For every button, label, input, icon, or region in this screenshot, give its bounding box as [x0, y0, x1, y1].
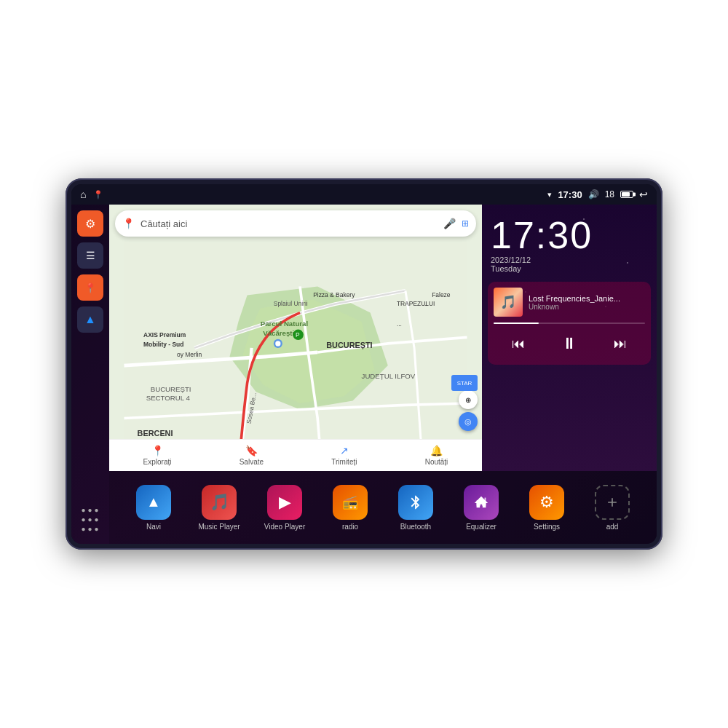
- map-bottom-news[interactable]: 🔔 Noutăți: [425, 445, 448, 466]
- map-location-button[interactable]: ⊕: [459, 390, 478, 409]
- navi-label: Navi: [146, 523, 161, 531]
- map-svg: Parcul Natural Văcărești BUCUREȘTI JUDEȚ…: [109, 242, 482, 471]
- svg-text:JUDEȚUL ILFOV: JUDEȚUL ILFOV: [362, 372, 416, 380]
- svg-rect-28: [485, 497, 486, 505]
- send-label: Trimiteți: [331, 458, 357, 466]
- sidebar-btn-apps[interactable]: ●●● ●●● ●●●: [77, 506, 103, 532]
- sidebar-btn-settings[interactable]: ⚙: [77, 210, 103, 237]
- battery-level: 18: [605, 189, 614, 199]
- wifi-icon: ▾: [547, 190, 552, 199]
- main-area: ⚙ ☰ 📍 ▲ ●●● ●●● ●●●: [71, 205, 657, 544]
- sidebar-btn-files[interactable]: ☰: [77, 242, 103, 269]
- app-music-player[interactable]: 🎵 Music Player: [197, 485, 241, 531]
- sidebar-btn-nav[interactable]: ▲: [77, 306, 103, 333]
- svg-text:Mobility - Sud: Mobility - Sud: [143, 341, 183, 348]
- svg-text:Parcul Natural: Parcul Natural: [261, 320, 308, 328]
- map-icon: 📍: [84, 282, 96, 293]
- equalizer-icon: [464, 485, 499, 520]
- explore-label: Explorați: [143, 458, 172, 466]
- app-radio[interactable]: 📻 radio: [328, 485, 372, 531]
- radio-icon: 📻: [333, 485, 368, 520]
- app-grid: ▲ Navi 🎵 Music Player ▶ Vi: [109, 471, 657, 544]
- map-bottom-send[interactable]: ↗ Trimiteți: [331, 445, 357, 466]
- time-display: 17:30: [491, 216, 648, 254]
- video-icon: ▶: [267, 485, 302, 520]
- map-panel[interactable]: 📍 Căutați aici 🎤 ⊞: [109, 205, 482, 471]
- track-artist: Unknown: [529, 303, 645, 311]
- svg-text:AXIS Premium: AXIS Premium: [143, 331, 186, 339]
- map-navigate-button[interactable]: ◎: [459, 412, 478, 431]
- map-status-icon[interactable]: 📍: [93, 190, 103, 199]
- status-time: 17:30: [558, 189, 582, 200]
- svg-text:P: P: [296, 331, 300, 339]
- app-settings[interactable]: ⚙ Settings: [525, 485, 569, 531]
- svg-rect-25: [477, 500, 478, 505]
- car-display-device: ⌂ 📍 ▾ 17:30 🔊 18 ↩ ⚙ ☰: [66, 178, 662, 550]
- video-label: Video Player: [264, 523, 306, 531]
- volume-icon: 🔊: [588, 189, 599, 199]
- svg-point-22: [275, 341, 280, 346]
- svg-text:BERCENI: BERCENI: [138, 429, 173, 438]
- mic-icon[interactable]: 🎤: [443, 218, 456, 229]
- app-navi[interactable]: ▲ Navi: [132, 485, 175, 531]
- svg-text:Pizza & Bakery: Pizza & Bakery: [313, 291, 355, 298]
- device-screen: ⌂ 📍 ▾ 17:30 🔊 18 ↩ ⚙ ☰: [71, 184, 657, 544]
- map-bottom-explore[interactable]: 📍 Explorați: [143, 445, 172, 466]
- music-label: Music Player: [198, 523, 240, 531]
- app-video-player[interactable]: ▶ Video Player: [263, 485, 306, 531]
- content-area: 📍 Căutați aici 🎤 ⊞: [109, 205, 657, 544]
- svg-rect-27: [482, 499, 483, 505]
- top-panels: 📍 Căutați aici 🎤 ⊞: [109, 205, 657, 471]
- track-details: Lost Frequencies_Janie... Unknown: [529, 294, 645, 311]
- map-bottom-bar: 📍 Explorați 🔖 Salvate ↗ Trimiteți: [109, 439, 482, 471]
- svg-text:...: ...: [397, 320, 402, 328]
- next-button[interactable]: ⏭: [608, 333, 633, 355]
- date-value: 2023/12/12: [491, 256, 531, 264]
- apps-grid-icon: ●●● ●●● ●●●: [81, 506, 99, 533]
- bluetooth-label: Bluetooth: [400, 523, 431, 531]
- add-label: add: [606, 523, 619, 531]
- svg-rect-26: [479, 498, 480, 505]
- news-label: Noutăți: [425, 458, 448, 466]
- app-bluetooth[interactable]: Bluetooth: [394, 485, 438, 531]
- svg-text:BUCUREȘTI: BUCUREȘTI: [326, 341, 372, 349]
- bluetooth-icon: [398, 485, 433, 520]
- prev-button[interactable]: ⏮: [506, 333, 531, 355]
- back-icon[interactable]: ↩: [639, 189, 648, 200]
- map-search-bar[interactable]: 📍 Căutați aici 🎤 ⊞: [115, 210, 476, 237]
- track-name: Lost Frequencies_Janie...: [529, 294, 645, 303]
- map-background: Parcul Natural Văcărești BUCUREȘTI JUDEȚ…: [109, 242, 482, 471]
- music-progress-bar[interactable]: [494, 323, 645, 324]
- explore-icon: 📍: [151, 445, 164, 456]
- battery-icon: [620, 191, 633, 198]
- play-pause-button[interactable]: ⏸: [555, 331, 583, 356]
- music-track-info: 🎵 Lost Frequencies_Janie... Unknown: [494, 288, 645, 317]
- svg-text:Faleze: Faleze: [432, 291, 451, 298]
- music-controls: ⏮ ⏸ ⏭: [494, 328, 645, 359]
- send-icon: ↗: [340, 445, 349, 456]
- status-bar: ⌂ 📍 ▾ 17:30 🔊 18 ↩: [71, 184, 657, 205]
- right-panel: 17:30 2023/12/12 Tuesday 🎵: [482, 205, 657, 471]
- add-icon: [595, 485, 630, 520]
- map-search-text: Căutați aici: [141, 218, 438, 229]
- sidebar-btn-maps[interactable]: 📍: [77, 274, 103, 301]
- svg-text:SECTORUL 4: SECTORUL 4: [146, 394, 191, 402]
- svg-text:oy Merlin: oy Merlin: [177, 351, 202, 358]
- layers-icon[interactable]: ⊞: [462, 218, 469, 229]
- settings-app-icon: ⚙: [529, 485, 564, 520]
- time-section: 17:30 2023/12/12 Tuesday: [482, 205, 657, 279]
- svg-text:Splaiul Unirii: Splaiul Unirii: [274, 300, 308, 307]
- google-maps-icon: 📍: [122, 218, 135, 229]
- app-equalizer[interactable]: Equalizer: [459, 485, 503, 531]
- home-icon[interactable]: ⌂: [80, 189, 86, 200]
- music-section: 🎵 Lost Frequencies_Janie... Unknown: [488, 282, 651, 365]
- app-add[interactable]: add: [590, 485, 634, 531]
- music-icon: 🎵: [202, 485, 237, 520]
- files-icon: ☰: [86, 250, 95, 261]
- saved-icon: 🔖: [245, 445, 258, 456]
- saved-label: Salvate: [240, 458, 264, 466]
- svg-text:Văcărești: Văcărești: [263, 329, 294, 337]
- star-button[interactable]: STAR: [451, 375, 478, 391]
- nav-icon: ▲: [84, 313, 96, 326]
- map-bottom-saved[interactable]: 🔖 Salvate: [240, 445, 264, 466]
